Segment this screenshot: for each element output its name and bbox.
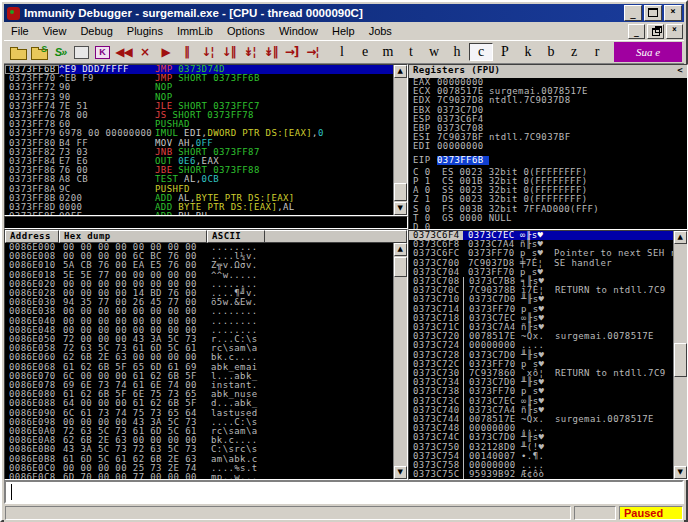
eip-value-highlight: 0373FF6B [437,156,489,165]
stack-comment [555,305,687,314]
cpu-window-button[interactable]: K [92,42,113,62]
instr-token: SHORT 0373FF6B [172,73,259,83]
scroll-up-icon[interactable]: ▲ [394,65,407,78]
stack-comment [554,231,687,240]
disasm-row-body: 6978 00 00000000IMUL EDI,DWORD PTR DS:[E… [59,129,407,138]
close-button[interactable]: × [664,5,682,21]
close-program-button[interactable]: × [134,42,155,62]
menu-item-jobs[interactable]: Jobs [362,24,399,38]
menu-item-window[interactable]: Window [272,24,325,38]
step-over-button[interactable]: ↓‖ [218,42,239,62]
menu-item-options[interactable]: Options [220,24,272,38]
maximize-icon [648,8,658,17]
view-button-l[interactable]: l [331,44,353,60]
disassembly-pane[interactable]: 0373FF6B^E9 DDD7FFFFJMP 0373D74D0373FF70… [4,64,408,216]
disassembly-rows: 0373FF6B^E9 DDD7FFFFJMP 0373D74D0373FF70… [5,65,407,216]
window-icon [74,46,89,59]
toolbar-icons: SS»K◀◀×▶‖↓¦↓‖↡¦↡‖→]→¦ [8,42,323,62]
minimize-button[interactable]: _ [624,5,642,21]
instr-token: 0CB [202,174,219,184]
step-into-button[interactable]: ↓¦ [197,42,218,62]
view-button-e[interactable]: e [354,44,376,60]
instr-token: 0 [318,128,324,138]
flag-row[interactable]: D 0 [413,223,687,230]
menu-item-view[interactable]: View [36,24,74,38]
menu-item-debug[interactable]: Debug [73,24,119,38]
execute-till-user-code-button[interactable]: →¦ [302,42,323,62]
child-minimize-button[interactable]: _ [628,24,645,39]
app-window: Immunity Debugger - surgemail.exe - [CPU… [0,0,688,522]
hex-dump-pane[interactable]: Address Hex dump ASCII 0086E00000 00 00 … [4,229,408,480]
stack-row[interactable]: 0373C75C95939B92Æ¢ôò [409,470,687,479]
hex-bytes: 6D 70 00 00 77 00 00 00 [63,473,211,480]
scroll-up-icon[interactable]: ▲ [394,243,407,256]
view-button-b[interactable]: b [540,44,562,60]
scroll-down-icon[interactable]: ▼ [674,466,687,479]
view-button-t[interactable]: t [400,44,422,60]
step-over-icon: ↓‖ [221,45,235,59]
pause-program-icon: ‖ [184,45,189,59]
run-program-button[interactable]: ▶ [155,42,176,62]
hex-row[interactable]: 0086E0C86D 70 00 00 77 00 00 00mp..w... [5,473,407,480]
flag-row[interactable]: T 0 GS 0000 NULL [413,214,687,223]
stack-comment: RETURN to ntdll.7C9 [555,369,687,378]
stack-comment [555,314,687,323]
stack-scrollbar[interactable]: ▲ ▼ [673,231,687,479]
execute-till-return-button[interactable]: →] [281,42,302,62]
menu-item-immlib[interactable]: ImmLib [170,24,220,38]
registers-pane[interactable]: Registers (FPU) < EAX00000000ECX0078517E… [408,64,688,230]
stack-pane[interactable]: 0373C6F40373C7EC∞╟s♥0373C6F80373C7A4ñ╟s♥… [408,230,688,480]
scroll-down-icon[interactable]: ▼ [394,202,407,215]
menu-item-file[interactable]: File [4,24,36,38]
view-button-k[interactable]: k [517,44,539,60]
view-button-P[interactable]: P [494,44,516,60]
scroll-thumb[interactable] [394,183,407,201]
register-value: 00000000 [437,142,489,151]
hex-scrollbar[interactable]: ▲ ▼ [393,243,407,479]
animate-into-icon: ↡¦ [243,45,255,59]
command-input[interactable] [4,480,684,504]
scroll-thumb[interactable] [394,257,407,277]
view-button-w[interactable]: w [423,44,445,60]
instr-token: ,AL [277,202,294,212]
maximize-button[interactable] [644,5,662,21]
rewind-button[interactable]: ◀◀ [113,42,134,62]
view-button-r[interactable]: r [586,44,608,60]
register-row[interactable]: EDI00000000 [413,142,687,151]
view-button-h[interactable]: h [446,44,468,60]
stack-comment [555,397,687,406]
open-window-button[interactable] [71,42,92,62]
title-bar[interactable]: Immunity Debugger - surgemail.exe - [CPU… [4,4,684,22]
view-button-z[interactable]: z [563,44,585,60]
menu-item-plugins[interactable]: Plugins [120,24,170,38]
animate-over-button[interactable]: ↡‖ [260,42,281,62]
stack-comment [555,443,687,452]
stack-ascii: Æ¢ôò [521,470,555,479]
pause-program-button[interactable]: ‖ [176,42,197,62]
stack-comment [555,461,687,470]
open-file-button[interactable] [8,42,29,62]
restart-process-button[interactable]: S [29,42,50,62]
register-row-eip[interactable]: EIP0373FF6B [413,156,687,165]
header-filler [265,230,407,243]
registers-collapse-button[interactable]: < [677,66,683,78]
status-bar: Paused [4,504,684,522]
child-restore-button[interactable] [647,24,664,39]
child-close-button[interactable]: × [666,24,683,39]
stack-value: 95939B92 [469,470,521,479]
view-button-m[interactable]: m [377,44,399,60]
scroll-down-icon[interactable]: ▼ [394,466,407,479]
disasm-bytes: A8 CB [59,175,155,184]
minimize-icon: _ [625,9,641,20]
disasm-row-body: 73 03JNB SHORT 0373FF87 [59,148,407,157]
disassembly-scrollbar[interactable]: ▲ ▼ [393,65,407,215]
scroll-up-icon[interactable]: ▲ [674,231,687,244]
execute-till-return-icon: →] [285,45,299,59]
disasm-row-body: ^EB F9JMP SHORT 0373FF6B [59,74,407,83]
stack-comment [555,424,687,433]
view-button-c[interactable]: c [469,43,493,61]
scroll-thumb[interactable] [674,343,687,377]
animate-into-button[interactable]: ↡¦ [239,42,260,62]
run-python-script-button[interactable]: S» [50,42,71,62]
menu-item-help[interactable]: Help [325,24,362,38]
